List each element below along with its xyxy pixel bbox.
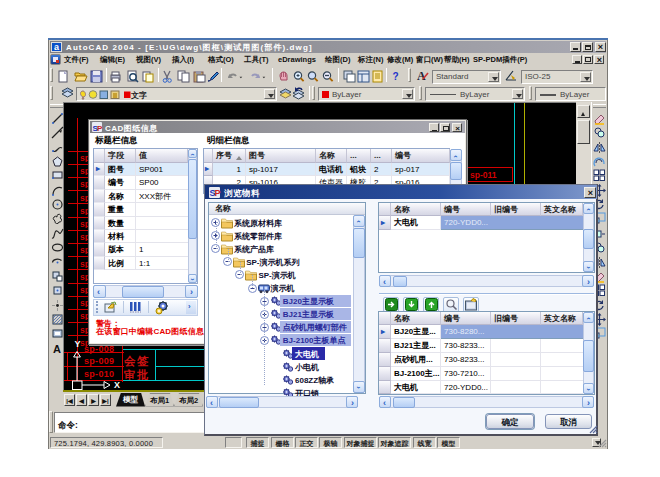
svg-text:P: P bbox=[97, 124, 103, 133]
svg-text:A: A bbox=[53, 343, 61, 355]
svg-text:P: P bbox=[215, 188, 221, 198]
svg-text:?: ? bbox=[392, 71, 398, 82]
